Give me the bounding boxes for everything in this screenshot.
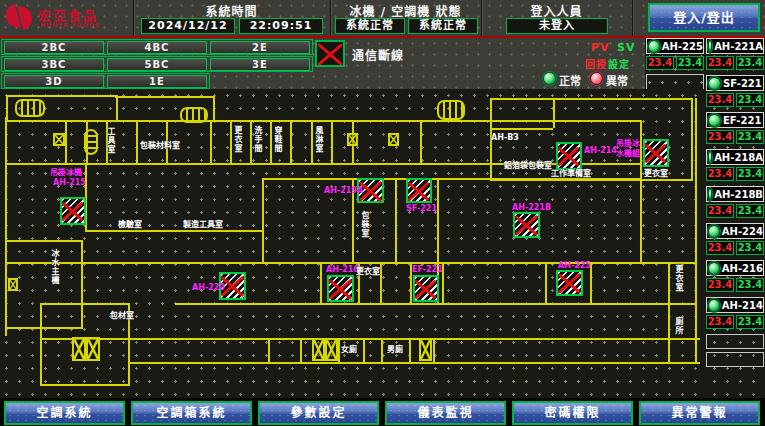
floor-button-5bc[interactable]: 5BC — [107, 58, 207, 71]
abnormal-led-icon — [590, 72, 603, 85]
nav-button-password-auth[interactable]: 密碼權限 — [512, 401, 633, 425]
floor-button-2e[interactable]: 2E — [210, 41, 310, 54]
louver-icon — [419, 338, 432, 361]
room-label-pack-material2: 包材室 — [110, 311, 134, 320]
room-label-packing: 包裝室 — [360, 211, 369, 243]
sv-value: 23.4 — [736, 130, 764, 144]
nav-button-alarm[interactable]: 異常警報 — [639, 401, 760, 425]
logo-section: 宏亞食品 HUNYA FOODS — [0, 0, 133, 36]
wall — [420, 120, 422, 163]
pv-value: 23.4 — [706, 278, 734, 292]
floor-button-row-2: 3BC 5BC 3E — [1, 56, 313, 72]
wall — [363, 338, 365, 362]
map-label-ahu-220: AH-220 — [192, 283, 225, 292]
room-label-shoes: 穿鞋間 — [273, 126, 282, 162]
normal-led-icon — [543, 72, 556, 85]
nav-button-ac-system[interactable]: 空調系統 — [4, 401, 125, 425]
floor-button-3e[interactable]: 3E — [210, 58, 310, 71]
wall — [395, 178, 397, 262]
wall — [65, 120, 67, 163]
louver-icon — [325, 338, 338, 361]
wall — [545, 262, 547, 303]
scada-screen: 宏亞食品 HUNYA FOODS 系統時間 2024/12/12 22:09:5… — [0, 0, 765, 426]
unit-ah-221a[interactable]: AH-221A — [706, 38, 764, 54]
unit-ah-216-values: 23.4 23.4 — [706, 278, 764, 292]
map-label-ahu-214: AH-214 — [584, 146, 617, 155]
unit-sf-221[interactable]: SF-221 — [706, 75, 764, 91]
machine-status-section: 冰機 / 空調機 狀態 系統正常 系統正常 — [330, 0, 481, 36]
pv-value: 23.4 — [706, 204, 734, 218]
stairs-icon — [84, 129, 98, 155]
room-label-toilet-female: 女廁 — [341, 345, 357, 354]
map-ahu-214-icon[interactable] — [556, 142, 582, 170]
unit-status-led — [708, 77, 721, 90]
wall — [490, 128, 553, 130]
login-user-value: 未登入 — [506, 18, 608, 34]
bottom-nav-bar: 空調系統 空調箱系統 參數設定 儀表監視 密碼權限 異常警報 — [0, 398, 765, 426]
floor-button-row-1: 2BC 4BC 2E — [1, 39, 313, 55]
unit-ah-224[interactable]: AH-224 — [706, 223, 764, 239]
unit-ef-221[interactable]: EF-221 — [706, 112, 764, 128]
wall — [300, 338, 302, 362]
map-label-ahu-221b: AH-221B — [512, 203, 551, 212]
pv-header: PV — [591, 41, 610, 54]
unit-label: AH-224 — [722, 226, 763, 237]
wall — [230, 120, 232, 163]
map-label-chiller-line2: 水機組 — [616, 149, 640, 158]
louver-icon — [312, 338, 325, 361]
room-label-locker2: 更衣室 — [644, 169, 668, 178]
nav-button-ahu-box-system[interactable]: 空調箱系統 — [131, 401, 252, 425]
unit-status-led — [708, 188, 712, 201]
wall — [381, 338, 383, 362]
map-label-ahu-215-line1: 吊掛冰機 — [50, 168, 82, 177]
room-label-wash: 洗手間 — [253, 126, 262, 162]
unit-sf-221-values: 23.4 23.4 — [706, 93, 764, 107]
unit-ah-218a[interactable]: AH-218A — [706, 149, 764, 165]
unit-status-led — [708, 40, 712, 53]
unit-ah-216[interactable]: AH-216 — [706, 260, 764, 276]
floor-button-2bc[interactable]: 2BC — [4, 41, 104, 54]
floor-button-4bc[interactable]: 4BC — [107, 41, 207, 54]
floor-button-3d[interactable]: 3D — [4, 75, 104, 88]
sv-value: 23.4 — [736, 167, 764, 181]
wall — [250, 120, 252, 163]
legend-abnormal-label: 異常 — [606, 72, 628, 88]
nav-button-parameter-set[interactable]: 參數設定 — [258, 401, 379, 425]
wall — [320, 262, 322, 303]
sv-value: 23.4 — [736, 204, 764, 218]
ahu-status-value: 系統正常 — [408, 18, 478, 34]
pv-value: 23.4 — [706, 315, 734, 329]
map-chiller-right-icon[interactable] — [643, 139, 669, 167]
floor-button-3bc[interactable]: 3BC — [4, 58, 104, 71]
wall — [210, 120, 212, 163]
unit-status-led — [648, 40, 660, 53]
sv-value: 23.4 — [736, 315, 764, 329]
sv-header: SV — [617, 41, 635, 54]
wall — [136, 120, 138, 163]
unit-label: SF-221 — [723, 78, 762, 89]
map-ef-221-icon[interactable] — [413, 275, 439, 302]
unit-ah-221a-values: 23.4 23.4 — [706, 56, 764, 70]
sv-value: 23.4 — [736, 93, 764, 107]
unit-ah-225[interactable]: AH-225 — [646, 38, 704, 54]
system-date-value: 2024/12/12 — [141, 18, 235, 34]
login-logout-button[interactable]: 登入/登出 — [648, 3, 760, 32]
map-ahu-221b-icon[interactable] — [513, 212, 540, 238]
map-ahu-225-icon[interactable] — [556, 270, 583, 296]
room-label-tools: 工具室 — [106, 127, 115, 161]
map-ahu-215-icon[interactable] — [60, 197, 86, 225]
map-ahu-216-icon[interactable] — [327, 275, 354, 302]
pv-value: 23.4 — [706, 56, 734, 70]
wall — [115, 96, 215, 98]
wall — [213, 96, 215, 120]
legend-normal-label: 正常 — [559, 72, 581, 88]
map-sf-221-icon[interactable] — [406, 178, 432, 203]
nav-button-meter-monitor[interactable]: 儀表監視 — [385, 401, 506, 425]
unit-ah-214[interactable]: AH-214 — [706, 297, 764, 313]
unit-status-led — [708, 299, 720, 312]
unit-ah-218b[interactable]: AH-218B — [706, 186, 764, 202]
control-zone: 2BC 4BC 2E 3BC 5BC 3E 3D 1E 通信斷線 PV SV 回… — [0, 38, 645, 89]
map-label-ahu-219a: AH-219A — [324, 186, 363, 195]
unit-status-led — [708, 225, 720, 238]
floor-button-1e[interactable]: 1E — [107, 75, 207, 88]
